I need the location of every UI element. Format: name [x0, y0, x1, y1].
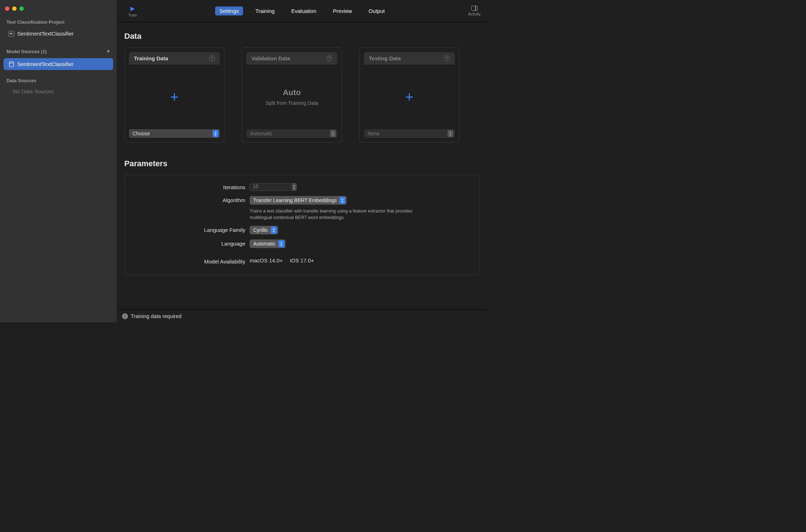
- validation-data-card: Validation Data ? Auto Split from Traini…: [242, 47, 342, 143]
- training-data-dropzone[interactable]: +: [125, 65, 224, 129]
- activity-label: Activity: [468, 12, 481, 16]
- iterations-value[interactable]: 10: [250, 183, 291, 191]
- project-section-label: Text Classification Project: [6, 19, 65, 25]
- data-section-title: Data: [124, 32, 480, 41]
- chevron-updown-icon: ▲▼: [448, 130, 453, 137]
- validation-data-select[interactable]: Automatic ▲▼: [246, 129, 337, 138]
- toolbar-tabs: Settings Training Evaluation Preview Out…: [215, 6, 389, 15]
- training-data-title: Training Data: [134, 55, 168, 61]
- tab-preview[interactable]: Preview: [329, 6, 356, 15]
- help-icon[interactable]: ?: [444, 56, 450, 61]
- stepper-icon[interactable]: ▲▼: [292, 183, 297, 191]
- info-icon: i: [122, 313, 128, 319]
- minimize-window-button[interactable]: [12, 6, 17, 11]
- training-data-header: Training Data ?: [129, 52, 220, 65]
- algorithm-select[interactable]: Transfer Learning BERT Embeddings ▲▼: [250, 196, 347, 205]
- add-model-source-button[interactable]: +: [106, 47, 110, 55]
- chevron-updown-icon: ▲▼: [213, 130, 218, 137]
- window-controls: [0, 4, 117, 13]
- parameters-section-title: Parameters: [124, 159, 480, 168]
- language-select[interactable]: Automatic ▲▼: [250, 239, 286, 248]
- plus-icon: +: [170, 90, 179, 104]
- content: Data Training Data ? + Choose ▲▼: [117, 22, 487, 309]
- algorithm-label: Algorithm: [135, 196, 250, 203]
- iterations-input[interactable]: 10 ▲▼: [250, 183, 469, 191]
- tab-settings[interactable]: Settings: [215, 6, 243, 15]
- train-button[interactable]: ▶ Train: [124, 5, 142, 17]
- tab-evaluation[interactable]: Evaluation: [287, 6, 321, 15]
- plus-icon: +: [405, 90, 413, 104]
- data-sources-label: Data Sources: [6, 78, 36, 83]
- project-section-header: Text Classification Project: [0, 13, 117, 26]
- svg-point-0: [9, 61, 14, 63]
- sidebar-item-label: SentimentTextClassifier: [17, 31, 74, 37]
- parameters-panel: Iterations 10 ▲▼ Algorithm Transfer Lear: [124, 175, 480, 275]
- availability-ios: iOS 17.0+: [290, 257, 314, 263]
- toolbar: ▶ Train Settings Training Evaluation Pre…: [117, 0, 487, 22]
- sidebar-item-model-source[interactable]: SentimentTextClassifier: [4, 58, 113, 70]
- status-message: Training data required: [131, 313, 181, 319]
- no-data-sources-label: No Data Sources: [0, 85, 117, 97]
- tab-output[interactable]: Output: [364, 6, 389, 15]
- testing-data-header: Testing Data ?: [364, 52, 455, 65]
- data-cards: Training Data ? + Choose ▲▼: [124, 47, 480, 143]
- auto-label: Auto: [283, 88, 301, 97]
- help-icon[interactable]: ?: [326, 56, 332, 61]
- cylinder-icon: [9, 61, 14, 67]
- train-label: Train: [128, 13, 137, 17]
- play-icon: ▶: [130, 5, 135, 12]
- availability-macos: macOS 14.0+: [250, 257, 283, 263]
- status-bar: i Training data required: [117, 309, 487, 322]
- chevron-updown-icon: ▲▼: [271, 227, 277, 234]
- auto-sublabel: Split from Training Data: [265, 100, 318, 106]
- select-value: Automatic: [253, 241, 275, 247]
- validation-data-title: Validation Data: [251, 55, 290, 61]
- main: ▶ Train Settings Training Evaluation Pre…: [117, 0, 487, 322]
- sidebar-item-project[interactable]: ML SentimentTextClassifier: [4, 28, 113, 39]
- tab-training[interactable]: Training: [251, 6, 279, 15]
- validation-data-body: Auto Split from Training Data: [242, 65, 342, 129]
- activity-button[interactable]: Activity: [468, 6, 481, 16]
- chevron-updown-icon: ▲▼: [330, 130, 336, 137]
- model-sources-header: Model Sources (1) +: [0, 41, 117, 57]
- testing-data-select[interactable]: None ▲▼: [364, 129, 455, 138]
- model-sources-label: Model Sources (1): [6, 49, 47, 54]
- iterations-label: Iterations: [135, 183, 250, 190]
- sidebar: Text Classification Project ML Sentiment…: [0, 0, 117, 322]
- language-family-label: Language Family: [135, 226, 250, 233]
- testing-data-title: Testing Data: [369, 55, 401, 61]
- language-family-select[interactable]: Cyrillic ▲▼: [250, 226, 278, 234]
- availability-values: macOS 14.0+ iOS 17.0+: [250, 257, 469, 263]
- select-value: Automatic: [250, 131, 272, 136]
- testing-data-dropzone[interactable]: +: [360, 65, 459, 129]
- testing-data-card: Testing Data ? + None ▲▼: [359, 47, 459, 143]
- training-data-card: Training Data ? + Choose ▲▼: [124, 47, 224, 143]
- select-value: None: [367, 131, 379, 136]
- zoom-window-button[interactable]: [19, 6, 24, 11]
- close-window-button[interactable]: [5, 6, 9, 11]
- language-label: Language: [135, 239, 250, 247]
- chevron-updown-icon: ▲▼: [278, 240, 284, 247]
- help-icon[interactable]: ?: [209, 56, 215, 61]
- validation-data-header: Validation Data ?: [246, 52, 337, 65]
- chevron-updown-icon: ▲▼: [339, 197, 345, 204]
- training-data-select[interactable]: Choose ▲▼: [129, 129, 220, 138]
- ml-icon: ML: [9, 31, 14, 37]
- availability-label: Model Availability: [135, 257, 250, 265]
- data-sources-header: Data Sources: [0, 71, 117, 85]
- select-value: Transfer Learning BERT Embeddings: [253, 197, 337, 203]
- panel-icon: [471, 6, 478, 11]
- select-value: Cyrillic: [253, 227, 268, 233]
- sidebar-item-label: SentimentTextClassifier: [17, 61, 74, 67]
- algorithm-description: Trains a text classifier with transfer l…: [250, 208, 422, 221]
- select-value: Choose: [133, 131, 150, 136]
